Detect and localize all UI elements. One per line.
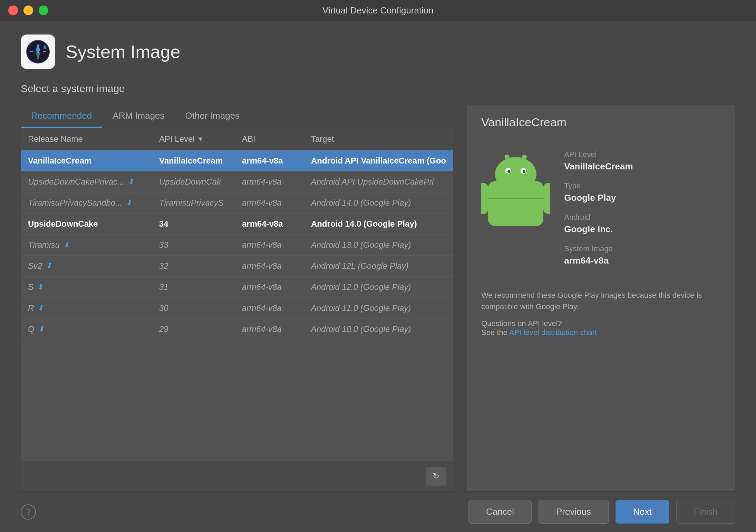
abi-cell: arm64-v8a [235, 171, 304, 192]
table-row[interactable]: Sv2 ⬇ 32 arm64-v8a Android 12L (Google P… [21, 256, 453, 277]
table-row[interactable]: TiramisuPrivacySandbo... ⬇ TiramisuPriva… [21, 193, 453, 214]
download-icon[interactable]: ⬇ [126, 198, 135, 207]
col-header-api[interactable]: API Level ▼ [152, 128, 235, 150]
image-details: API Level VanillaIceCream Type Google Pl… [564, 150, 721, 276]
abi-cell: arm64-v8a [235, 256, 304, 276]
help-button[interactable]: ? [21, 504, 36, 520]
table-header: Release Name API Level ▼ ABI Target [21, 128, 453, 150]
release-name-cell: Sv2 ⬇ [21, 256, 152, 276]
download-icon[interactable]: ⬇ [37, 304, 46, 313]
type-group: Type Google Play [564, 181, 721, 203]
target-cell: Android 14.0 (Google Play) [304, 193, 453, 213]
download-icon[interactable]: ⬇ [46, 262, 55, 270]
android-mascot [481, 150, 550, 227]
abi-cell: arm64-v8a [235, 193, 304, 213]
tab-arm-images[interactable]: ARM Images [102, 105, 175, 128]
window-title: Virtual Device Configuration [322, 5, 434, 16]
api-level-value: VanillaIceCream [564, 161, 721, 172]
table-row[interactable]: R ⬇ 30 arm64-v8a Android 11.0 (Google Pl… [21, 298, 453, 319]
svg-point-10 [495, 157, 536, 191]
refresh-button[interactable]: ↻ [426, 467, 446, 485]
system-image-group: System Image arm64-v8a [564, 244, 721, 266]
release-name-cell: UpsideDownCakePrivac... ⬇ [21, 171, 152, 192]
minimize-button[interactable] [23, 6, 33, 15]
page-title: System Image [66, 41, 180, 62]
recommendation-text: We recommend these Google Play images be… [467, 289, 735, 319]
table-row[interactable]: VanillaIceCream VanillaIceCream arm64-v8… [21, 150, 453, 171]
maximize-button[interactable] [39, 6, 48, 15]
target-cell: Android 10.0 (Google Play) [304, 319, 453, 339]
abi-cell: arm64-v8a [235, 214, 304, 234]
release-name-cell: Tiramisu ⬇ [21, 235, 152, 255]
table-row[interactable]: UpsideDownCakePrivac... ⬇ UpsideDownCak … [21, 171, 453, 193]
traffic-lights[interactable] [8, 6, 48, 15]
release-name-cell: VanillaIceCream [21, 150, 152, 171]
api-level-cell: UpsideDownCak [152, 171, 235, 192]
col-header-abi: ABI [235, 128, 304, 150]
footer-buttons: Cancel Previous Next Finish [468, 500, 735, 524]
api-level-group: API Level VanillaIceCream [564, 150, 721, 172]
api-level-label: API Level [564, 150, 721, 159]
abi-cell: arm64-v8a [235, 298, 304, 318]
abi-cell: arm64-v8a [235, 319, 304, 339]
finish-button: Finish [676, 500, 735, 524]
section-label: Select a system image [21, 83, 735, 95]
app-icon [21, 35, 55, 69]
abi-cell: arm64-v8a [235, 235, 304, 255]
header-section: System Image [21, 35, 735, 69]
target-cell: Android 11.0 (Google Play) [304, 298, 453, 318]
release-name-cell: Q ⬇ [21, 319, 152, 339]
download-icon[interactable]: ⬇ [128, 177, 137, 186]
api-level-cell: VanillaIceCream [152, 150, 235, 171]
system-image-value: arm64-v8a [564, 255, 721, 266]
selected-image-title: VanillaIceCream [467, 105, 735, 136]
api-level-cell: 34 [152, 214, 235, 234]
target-cell: Android API VanillaIceCream (Goo [304, 150, 453, 171]
api-level-cell: 30 [152, 298, 235, 318]
api-level-cell: 29 [152, 319, 235, 339]
table-row[interactable]: Tiramisu ⬇ 33 arm64-v8a Android 13.0 (Go… [21, 235, 453, 256]
release-name-cell: UpsideDownCake [21, 214, 152, 234]
type-value: Google Play [564, 193, 721, 203]
android-group: Android Google Inc. [564, 213, 721, 235]
sort-icon: ▼ [197, 136, 204, 143]
right-panel-body: API Level VanillaIceCream Type Google Pl… [467, 136, 735, 289]
download-icon[interactable]: ⬇ [63, 240, 72, 249]
table-footer: ↻ [21, 461, 453, 491]
api-level-cell: 31 [152, 277, 235, 297]
next-button[interactable]: Next [616, 500, 669, 524]
svg-point-17 [505, 155, 510, 159]
android-label: Android [564, 213, 721, 222]
table-row[interactable]: S ⬇ 31 arm64-v8a Android 12.0 (Google Pl… [21, 277, 453, 298]
col-header-release: Release Name [21, 128, 152, 150]
svg-point-3 [37, 50, 39, 53]
table-row[interactable]: UpsideDownCake 34 arm64-v8a Android 14.0… [21, 214, 453, 235]
api-link[interactable]: API level distribution chart [509, 328, 597, 337]
target-cell: Android 12L (Google Play) [304, 256, 453, 276]
main-content: System Image Select a system image Recom… [0, 21, 756, 491]
target-cell: Android 13.0 (Google Play) [304, 235, 453, 255]
target-cell: Android API UpsideDownCakePri [304, 171, 453, 192]
svg-rect-20 [543, 183, 550, 214]
svg-rect-19 [481, 183, 488, 214]
svg-point-14 [523, 170, 525, 173]
title-bar: Virtual Device Configuration [0, 0, 756, 21]
release-name-cell: TiramisuPrivacySandbo... ⬇ [21, 193, 152, 213]
table-row[interactable]: Q ⬇ 29 arm64-v8a Android 10.0 (Google Pl… [21, 319, 453, 340]
system-image-table: Release Name API Level ▼ ABI Target [21, 128, 453, 491]
tab-recommended[interactable]: Recommended [21, 105, 102, 128]
download-icon[interactable]: ⬇ [37, 283, 46, 292]
tab-other-images[interactable]: Other Images [175, 105, 250, 128]
download-icon[interactable]: ⬇ [38, 325, 47, 334]
col-header-target: Target [304, 128, 453, 150]
previous-button[interactable]: Previous [539, 500, 609, 524]
system-image-label: System Image [564, 244, 721, 253]
api-see-text: See the [481, 328, 509, 337]
cancel-button[interactable]: Cancel [468, 500, 532, 524]
content-area: Recommended ARM Images Other Images Rele… [21, 105, 735, 491]
api-question: Questions on API level? See the API leve… [467, 319, 735, 347]
api-level-cell: TiramisuPrivacyS [152, 193, 235, 213]
footer: ? Cancel Previous Next Finish [0, 491, 756, 532]
close-button[interactable] [8, 6, 18, 15]
tabs: Recommended ARM Images Other Images [21, 105, 453, 128]
